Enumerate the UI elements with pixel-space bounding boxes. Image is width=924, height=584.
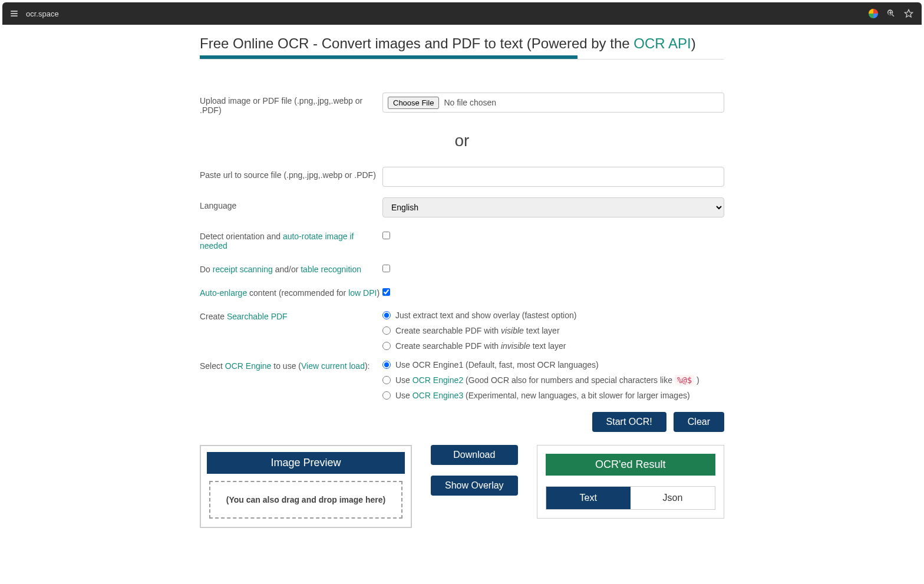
view-load-link[interactable]: View current load [301, 361, 365, 371]
low-dpi-link[interactable]: low DPI [348, 288, 377, 298]
result-panel: OCR'ed Result Text Json [537, 445, 724, 519]
receipt-scanning-link[interactable]: receipt scanning [213, 265, 273, 274]
upload-label: Upload image or PDF file (.png,.jpg,.web… [200, 93, 382, 115]
pdf-option-visible-label: Create searchable PDF with visible text … [395, 326, 560, 335]
show-overlay-button[interactable]: Show Overlay [431, 476, 518, 496]
zoom-icon[interactable] [886, 9, 896, 18]
ocr-api-link[interactable]: OCR API [633, 35, 691, 51]
pdf-option-visible-radio[interactable] [382, 326, 391, 335]
pdf-option-invisible-label: Create searchable PDF with invisible tex… [395, 341, 566, 351]
receipt-checkbox[interactable] [382, 265, 390, 272]
ocr-engine-link[interactable]: OCR Engine [225, 361, 272, 371]
engine1-label: Use OCR Engine1 (Default, fast, most OCR… [395, 360, 599, 369]
download-button[interactable]: Download [431, 445, 518, 465]
paste-url-label: Paste url to source file (.png,.jpg,.web… [200, 167, 382, 180]
or-separator: or [200, 131, 724, 150]
google-icon[interactable] [869, 9, 878, 18]
table-recognition-link[interactable]: table recognition [301, 265, 361, 274]
tab-json[interactable]: Json [631, 487, 715, 509]
detect-orientation-checkbox[interactable] [382, 232, 390, 239]
engine3-link[interactable]: OCR Engine3 [412, 391, 463, 400]
site-settings-icon[interactable] [11, 9, 20, 18]
engine2-radio[interactable] [382, 376, 391, 384]
engine2-link[interactable]: OCR Engine2 [412, 375, 463, 385]
pdf-option-extract-label: Just extract text and show overlay (fast… [395, 311, 576, 320]
engine2-label: Use OCR Engine2 (Good OCR also for numbe… [395, 375, 699, 385]
image-preview-panel: Image Preview (You can also drag and dro… [200, 445, 412, 528]
language-select[interactable]: English [382, 197, 724, 217]
browser-address-bar: ocr.space [2, 2, 922, 25]
file-input[interactable]: Choose File No file chosen [382, 93, 724, 113]
result-tabs: Text Json [546, 486, 715, 510]
tab-text[interactable]: Text [546, 487, 631, 509]
choose-file-button[interactable]: Choose File [388, 97, 439, 109]
auto-enlarge-label: Auto-enlarge content (recommended for lo… [200, 285, 382, 298]
auto-enlarge-link[interactable]: Auto-enlarge [200, 288, 247, 298]
engine1-radio[interactable] [382, 361, 391, 369]
engine3-label: Use OCR Engine3 (Experimental, new langu… [395, 391, 690, 400]
receipt-label: Do receipt scanning and/or table recogni… [200, 261, 382, 274]
clear-button[interactable]: Clear [674, 412, 724, 432]
dropzone[interactable]: (You can also drag and drop image here) [209, 481, 402, 519]
language-label: Language [200, 197, 382, 210]
url-input[interactable] [382, 167, 724, 187]
engine3-radio[interactable] [382, 391, 391, 400]
image-preview-header: Image Preview [207, 452, 405, 474]
pdf-option-invisible-radio[interactable] [382, 342, 391, 350]
select-engine-label: Select OCR Engine to use (View current l… [200, 358, 382, 371]
star-icon[interactable] [904, 9, 913, 18]
pdf-option-extract-radio[interactable] [382, 311, 391, 319]
start-ocr-button[interactable]: Start OCR! [592, 412, 666, 432]
detect-orientation-label: Detect orientation and auto-rotate image… [200, 228, 382, 250]
title-underline [200, 55, 578, 59]
file-status: No file chosen [444, 98, 496, 107]
url-text: ocr.space [26, 9, 59, 18]
page-title: Free Online OCR - Convert images and PDF… [200, 35, 724, 52]
auto-enlarge-checkbox[interactable] [382, 288, 390, 296]
result-header: OCR'ed Result [546, 454, 715, 476]
create-pdf-label: Create Searchable PDF [200, 308, 382, 321]
searchable-pdf-link[interactable]: Searchable PDF [227, 312, 288, 321]
